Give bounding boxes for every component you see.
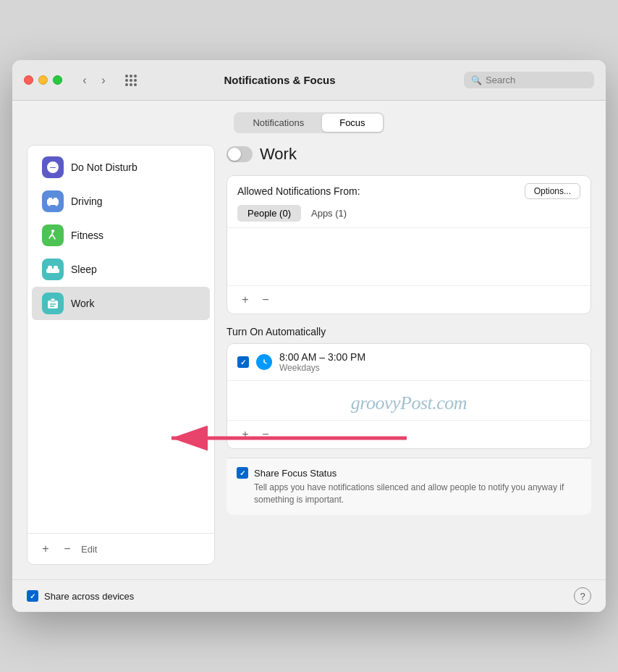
tab-focus[interactable]: Focus	[322, 114, 382, 132]
share-checkmark-icon: ✓	[240, 469, 245, 477]
main-layout: Do Not Disturb	[27, 145, 591, 565]
sidebar-item-driving[interactable]: Driving	[32, 185, 210, 218]
svg-rect-9	[54, 266, 58, 269]
work-toggle[interactable]	[227, 146, 253, 162]
auto-footer: + −	[227, 420, 591, 448]
traffic-lights	[24, 75, 62, 85]
sidebar-footer: + − Edit	[27, 533, 214, 564]
share-devices-checkbox[interactable]: ✓	[27, 590, 38, 602]
auto-checkbox[interactable]: ✓	[237, 356, 249, 368]
close-button[interactable]	[24, 75, 33, 85]
titlebar: ‹ › Notifications & Focus 🔍	[12, 60, 606, 101]
sub-tabs: People (0) Apps (1)	[227, 205, 591, 227]
svg-rect-2	[48, 198, 52, 200]
driving-icon	[42, 190, 64, 212]
share-focus-section: ✓ Share Focus Status Tell apps you have …	[227, 458, 591, 515]
edit-button[interactable]: Edit	[81, 544, 97, 555]
right-panel: Work Allowed Notifications From: Options…	[227, 145, 591, 565]
share-focus-label: Share Focus Status	[254, 468, 336, 479]
sleep-icon	[42, 259, 64, 280]
svg-point-4	[48, 204, 51, 206]
allowed-footer: + −	[227, 285, 591, 314]
watermark-text: groovyPost.com	[227, 380, 591, 420]
auto-item-text: 8:00 AM – 3:00 PM Weekdays	[279, 351, 365, 373]
sub-tab-people[interactable]: People (0)	[237, 205, 301, 222]
share-focus-description: Tell apps you have notifications silence…	[254, 482, 581, 506]
auto-box: ✓ 8:00 AM – 3:00 PM	[227, 343, 591, 449]
svg-rect-3	[54, 198, 57, 200]
sidebar-item-work[interactable]: Work	[32, 287, 210, 320]
add-auto-button[interactable]: +	[237, 427, 253, 442]
dnd-label: Do Not Disturb	[71, 161, 137, 173]
sidebar-item-sleep[interactable]: Sleep	[32, 253, 210, 286]
auto-section: Turn On Automatically ✓	[227, 326, 591, 449]
tabs-row: Notifications Focus	[27, 112, 591, 133]
allowed-notifications-header: Allowed Notifications From: Options...	[227, 176, 591, 205]
clock-icon	[256, 354, 272, 370]
add-item-button[interactable]: +	[38, 541, 54, 557]
panel-header: Work	[227, 145, 591, 164]
remove-item-button[interactable]: −	[59, 541, 75, 557]
svg-rect-8	[48, 266, 52, 269]
toggle-knob	[228, 148, 241, 161]
share-devices-checkmark: ✓	[30, 592, 35, 600]
sidebar-item-fitness[interactable]: Fitness	[32, 219, 210, 252]
remove-auto-button[interactable]: −	[258, 427, 274, 442]
options-button[interactable]: Options...	[525, 183, 580, 199]
add-allowed-button[interactable]: +	[237, 292, 253, 308]
fitness-icon	[42, 224, 64, 246]
minimize-button[interactable]	[38, 75, 48, 85]
main-content: Notifications Focus	[12, 101, 606, 579]
bottom-bar: ✓ Share across devices ?	[12, 579, 606, 612]
search-icon: 🔍	[471, 75, 482, 85]
auto-item[interactable]: ✓ 8:00 AM – 3:00 PM	[227, 344, 591, 380]
svg-point-5	[56, 204, 58, 206]
auto-time: 8:00 AM – 3:00 PM	[279, 351, 365, 363]
allowed-title: Allowed Notifications From:	[237, 185, 360, 197]
driving-label: Driving	[71, 196, 103, 207]
share-focus-checkbox[interactable]: ✓	[237, 467, 248, 479]
svg-rect-7	[46, 269, 59, 273]
auto-days: Weekdays	[279, 363, 365, 373]
sidebar-item-do-not-disturb[interactable]: Do Not Disturb	[32, 151, 210, 184]
dnd-icon	[42, 156, 64, 178]
share-focus-header: ✓ Share Focus Status	[237, 467, 581, 479]
work-title: Work	[260, 145, 297, 164]
allowed-notifications-box: Allowed Notifications From: Options... P…	[227, 175, 591, 314]
remove-allowed-button[interactable]: −	[258, 292, 274, 308]
sidebar: Do Not Disturb	[27, 145, 215, 565]
bottom-share-row: ✓ Share across devices	[27, 590, 134, 602]
work-icon	[42, 293, 64, 314]
search-input[interactable]	[486, 75, 587, 85]
checkmark-icon: ✓	[240, 358, 246, 366]
help-button[interactable]: ?	[574, 587, 591, 605]
window-title: Notifications & Focus	[104, 74, 455, 86]
tabs-container: Notifications Focus	[234, 112, 384, 133]
sidebar-list: Do Not Disturb	[27, 146, 214, 344]
svg-rect-11	[51, 298, 55, 301]
share-devices-label: Share across devices	[44, 591, 134, 602]
fitness-label: Fitness	[71, 230, 103, 241]
work-label: Work	[71, 298, 94, 309]
maximize-button[interactable]	[53, 75, 62, 85]
allowed-content-empty	[227, 227, 591, 285]
sub-tab-apps[interactable]: Apps (1)	[301, 205, 357, 222]
auto-title: Turn On Automatically	[227, 326, 591, 337]
back-button[interactable]: ‹	[77, 72, 93, 88]
sleep-label: Sleep	[71, 264, 97, 275]
tab-notifications[interactable]: Notifications	[235, 114, 321, 132]
search-box: 🔍	[464, 72, 594, 88]
